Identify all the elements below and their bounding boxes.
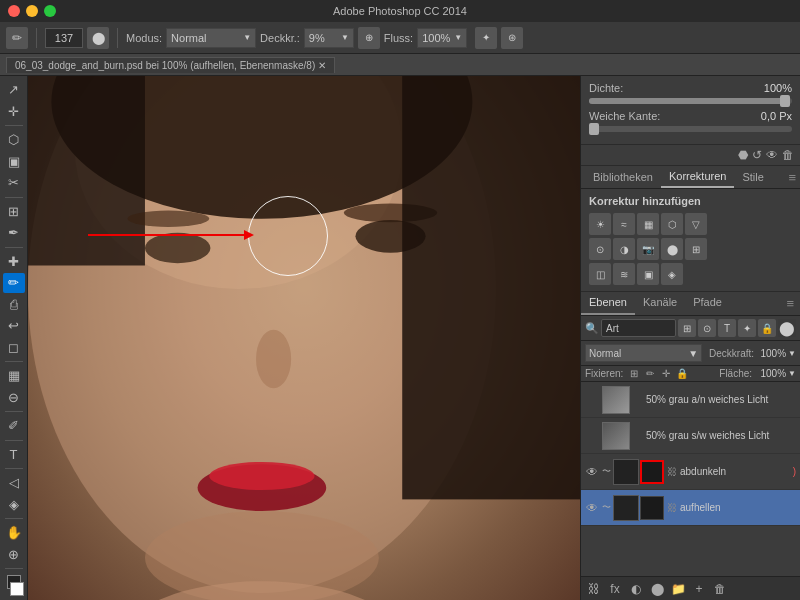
tab-pfade[interactable]: Pfade: [685, 292, 730, 315]
tool-pen[interactable]: ✐: [3, 416, 25, 436]
modus-value: Normal: [171, 32, 206, 44]
layer-visibility-icon[interactable]: 👁: [585, 465, 599, 479]
layer-mask-thumbnail[interactable]: [640, 460, 664, 484]
maximize-button[interactable]: [44, 5, 56, 17]
mask-icon-3[interactable]: 👁: [766, 148, 778, 162]
mask-icon-4[interactable]: 🗑: [782, 148, 794, 162]
filter-icon-4[interactable]: ✦: [738, 319, 756, 337]
filter-icon-2[interactable]: ⊙: [698, 319, 716, 337]
weiche-kante-thumb[interactable]: [589, 123, 599, 135]
korrektur-brightness[interactable]: ☀: [589, 213, 611, 235]
tablet-icon[interactable]: ✦: [475, 27, 497, 49]
korrektur-hsl[interactable]: ⬡: [661, 213, 683, 235]
weiche-kante-slider[interactable]: [589, 126, 792, 132]
tab-bibliotheken[interactable]: Bibliotheken: [585, 167, 661, 187]
tool-select[interactable]: ↗: [3, 80, 25, 100]
tool-marquee[interactable]: ▣: [3, 152, 25, 172]
close-button[interactable]: [8, 5, 20, 17]
tool-brush[interactable]: ✏: [3, 273, 25, 293]
tool-magic[interactable]: ✂: [3, 173, 25, 193]
tool-hand[interactable]: ✋: [3, 523, 25, 543]
canvas-area[interactable]: [28, 76, 580, 600]
add-mask-icon[interactable]: ◐: [627, 580, 645, 598]
korrektur-grid[interactable]: ⊞: [685, 238, 707, 260]
mask-icon-2[interactable]: ↺: [752, 148, 762, 162]
fix-brush-icon[interactable]: ✏: [643, 368, 657, 379]
filter-icon-3[interactable]: T: [718, 319, 736, 337]
layer-item[interactable]: 👁 〜 ⛓ abdunkeln ): [581, 454, 800, 490]
flaeche-chevron[interactable]: ▼: [788, 369, 796, 378]
fluss-dropdown[interactable]: 100% ▼: [417, 28, 467, 48]
tab-stile[interactable]: Stile: [734, 167, 771, 187]
tool-heal[interactable]: ✚: [3, 252, 25, 272]
tool-path-select[interactable]: ◁: [3, 473, 25, 493]
dichte-thumb[interactable]: [780, 95, 790, 107]
korrektur-gradient[interactable]: ▽: [685, 213, 707, 235]
blend-mode-dropdown[interactable]: Normal ▼: [585, 344, 702, 362]
tool-sep-5: [5, 411, 23, 412]
flaeche-row: Fläche: 100% ▼: [719, 368, 796, 379]
brush-preview-icon[interactable]: ⬤: [87, 27, 109, 49]
modus-dropdown[interactable]: Normal ▼: [166, 28, 256, 48]
korrektur-balance[interactable]: ⊙: [589, 238, 611, 260]
tool-eyedropper[interactable]: ✒: [3, 223, 25, 243]
delete-layer-icon[interactable]: 🗑: [711, 580, 729, 598]
brush-tool-icon[interactable]: ✏: [6, 27, 28, 49]
tool-shape[interactable]: ◈: [3, 495, 25, 515]
tool-eraser[interactable]: ◻: [3, 338, 25, 358]
layer-mask-thumbnail[interactable]: [640, 496, 664, 520]
korrektur-bw[interactable]: ◑: [613, 238, 635, 260]
layer-item[interactable]: 50% grau s/w weiches Licht: [581, 418, 800, 454]
mask-icon-1[interactable]: ⬣: [738, 148, 748, 162]
background-color[interactable]: [10, 582, 24, 596]
tool-lasso[interactable]: ⬡: [3, 130, 25, 150]
filter-icon-1[interactable]: ⊞: [678, 319, 696, 337]
ebenen-menu[interactable]: ≡: [780, 292, 800, 315]
tab-kanaele[interactable]: Kanäle: [635, 292, 685, 315]
tool-history[interactable]: ↩: [3, 316, 25, 336]
korrektur-threshold[interactable]: ▣: [637, 263, 659, 285]
filter-toggle[interactable]: ⬤: [778, 319, 796, 337]
korrektur-levels[interactable]: ▦: [637, 213, 659, 235]
new-adjustment-icon[interactable]: ⬤: [648, 580, 666, 598]
layer-search-box[interactable]: Art: [601, 319, 676, 337]
korrektur-lookup[interactable]: ◈: [661, 263, 683, 285]
airbrush-icon[interactable]: ⊕: [358, 27, 380, 49]
link-layers-icon[interactable]: ⛓: [585, 580, 603, 598]
tool-dodge[interactable]: ⊖: [3, 388, 25, 408]
panel-menu-icon[interactable]: ≡: [788, 170, 796, 185]
tab-ebenen[interactable]: Ebenen: [581, 292, 635, 315]
korrektur-photo[interactable]: 📷: [637, 238, 659, 260]
add-style-icon[interactable]: fx: [606, 580, 624, 598]
fix-checkerboard-icon[interactable]: ⊞: [627, 368, 641, 379]
minimize-button[interactable]: [26, 5, 38, 17]
deckk-dropdown[interactable]: 9% ▼: [304, 28, 354, 48]
blend-opacity-row: Normal ▼ Deckkraft: 100% ▼: [581, 341, 800, 366]
layer-item[interactable]: 👁 〜 ⛓ aufhellen: [581, 490, 800, 526]
right-panel: Dichte: 100% Weiche Kante: 0,0 Px ⬣ ↺ 👁 …: [580, 76, 800, 600]
filter-icon-5[interactable]: 🔒: [758, 319, 776, 337]
tool-move[interactable]: ✛: [3, 102, 25, 122]
new-group-icon[interactable]: 📁: [669, 580, 687, 598]
tool-type[interactable]: T: [3, 445, 25, 465]
fix-lock-icon[interactable]: 🔒: [675, 368, 689, 379]
fix-move-icon[interactable]: ✛: [659, 368, 673, 379]
brush-size-input[interactable]: [45, 28, 83, 48]
tool-zoom[interactable]: ⊕: [3, 545, 25, 565]
tool-gradient[interactable]: ▦: [3, 366, 25, 386]
korrektur-posterize[interactable]: ≋: [613, 263, 635, 285]
korrektur-cmyk[interactable]: ⬤: [661, 238, 683, 260]
layer-item[interactable]: 50% grau a/n weiches Licht: [581, 382, 800, 418]
document-tab[interactable]: 06_03_dodge_and_burn.psd bei 100% (aufhe…: [6, 57, 335, 73]
korrektur-invert[interactable]: ◫: [589, 263, 611, 285]
deckkraft-chevron[interactable]: ▼: [788, 349, 796, 358]
tool-stamp[interactable]: ⎙: [3, 295, 25, 315]
korrektur-curves[interactable]: ≈: [613, 213, 635, 235]
tab-korrekturen[interactable]: Korrekturen: [661, 166, 734, 188]
new-layer-icon[interactable]: +: [690, 580, 708, 598]
tool-crop[interactable]: ⊞: [3, 202, 25, 222]
layer-visibility-icon[interactable]: 👁: [585, 501, 599, 515]
search-icon: 🔍: [585, 322, 599, 335]
angle-icon[interactable]: ⊛: [501, 27, 523, 49]
dichte-slider[interactable]: [589, 98, 792, 104]
